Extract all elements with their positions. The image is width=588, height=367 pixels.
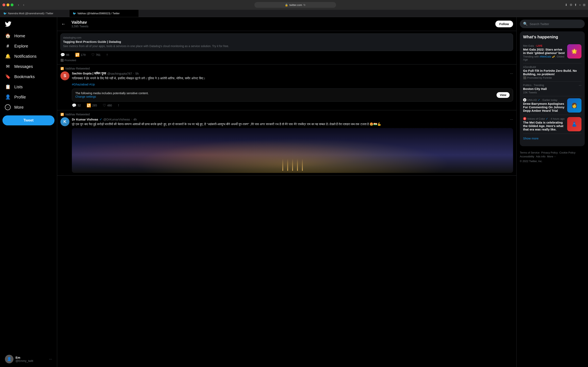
profile-icon: 👤 <box>5 94 11 100</box>
boston-more-icon[interactable]: ··· <box>579 83 581 87</box>
sidebar-item-explore[interactable]: # Explore <box>2 41 54 51</box>
metgala-hashtag[interactable]: #MetGala <box>540 55 551 58</box>
trend-row-boston: Politics · Trending Boston City Hall 15K… <box>523 83 581 94</box>
maximize-button[interactable] <box>11 3 13 6</box>
sidebar-item-messages[interactable]: ✉ Messages <box>2 62 54 71</box>
search-bar[interactable]: 🔍 <box>520 20 585 28</box>
like-count: 761 <box>96 53 100 57</box>
sidebar-item-notifications[interactable]: 🔔 Notifications <box>2 51 54 61</box>
address-bar[interactable]: 🔒 twitter.com ↻ <box>254 2 336 8</box>
tab-1[interactable]: 🐦 Narendra Modi (@narendramodi) / Twitte… <box>0 10 69 17</box>
sidebar-item-home[interactable]: 🏠 Home <box>2 31 54 41</box>
trend-met-gala[interactable]: Met Gala · LIVE Met Gala 2022: Stars arr… <box>523 42 581 63</box>
tab1-title: Narendra Modi (@narendramodi) / Twitter <box>8 12 53 15</box>
tweet-content-1: Sachin Gupta | सचिन गुप्ता @sachingupta7… <box>72 71 513 108</box>
retweet-action-1[interactable]: 🔁 285 <box>86 103 97 108</box>
tweet-user-row-2: Dr Kumar Vishvas ✓ @DrKumarVishwas · 4h … <box>72 117 513 122</box>
terms-link[interactable]: Terms of Service <box>520 151 540 154</box>
tweet-more-menu-1[interactable]: ··· <box>510 71 513 76</box>
sidebar-item-lists[interactable]: 📋 Lists <box>2 82 54 92</box>
user-display-name: Em <box>16 356 47 359</box>
notifications-label: Notifications <box>14 54 36 59</box>
change-settings-link[interactable]: Change settings <box>75 95 96 98</box>
notifications-icon: 🔔 <box>5 53 11 59</box>
tab2-favicon: 🐦 <box>73 12 76 15</box>
download-icon[interactable]: ⬇ <box>565 3 568 7</box>
share-icon: ↑ <box>106 53 108 57</box>
trend-meta-drew: U UNILAD ✓ · Earlier today <box>523 98 565 101</box>
privacy-link[interactable]: Privacy Policy <box>541 151 558 154</box>
profile-label: Profile <box>14 95 26 100</box>
follow-button[interactable]: Follow <box>495 21 513 27</box>
reply-action-1[interactable]: 💬 52 <box>72 103 81 108</box>
promoted-title: Tagging Best Practices Guide | Datadog <box>63 40 510 43</box>
kumar-avatar[interactable]: K <box>61 117 69 126</box>
trend-boston[interactable]: Politics · Trending Boston City Hall 15K… <box>523 82 581 96</box>
whats-happening-panel: What's happening Met Gala · LIVE Met Gal… <box>520 31 585 146</box>
reply-icon-1: 💬 <box>72 103 76 108</box>
tweet-more-menu-2[interactable]: ··· <box>510 117 513 122</box>
profile-header: ← Vaibhav 3,595 Tweets Follow <box>57 17 516 31</box>
voc-logo: V <box>523 117 526 120</box>
share-action[interactable]: ↑ <box>106 53 108 57</box>
home-label: Home <box>14 34 25 38</box>
account-more-icon[interactable]: ··· <box>49 357 52 361</box>
reply-count-1: 52 <box>78 104 81 107</box>
lock-icon: 🔒 <box>285 3 288 7</box>
promoted-badge: ⬛ Promoted <box>61 59 513 62</box>
trend-drew[interactable]: U UNILAD ✓ · Earlier today Drew Barrymor… <box>523 96 581 115</box>
tab-2[interactable]: 🐦 Vaibhav (@Vaibhav35989323) / Twitter <box>69 10 139 17</box>
sachin-avatar[interactable]: S <box>61 71 69 80</box>
trend-row-voices: V Voices of Color ✓ · 4 hours ago The Me… <box>523 117 581 132</box>
hashtag-ghaziabad[interactable]: #Ghaziabad <box>72 83 88 86</box>
user-account-footer[interactable]: 👤 Em @Emmy_twitt ··· <box>2 353 54 365</box>
share-action-1[interactable]: ↑ <box>118 103 120 108</box>
right-sidebar: 🔍 What's happening Met Gala · LIVE Met G… <box>517 17 588 367</box>
back-button[interactable]: ← <box>61 21 67 27</box>
show-more-button[interactable]: Show more <box>523 134 581 143</box>
like-action[interactable]: ♡ 761 <box>91 53 100 57</box>
cookie-link[interactable]: Cookie Policy <box>559 151 576 154</box>
accessibility-link[interactable]: Accessibility <box>520 155 534 158</box>
minimize-button[interactable] <box>7 3 9 6</box>
trend-meta-voices: V Voices of Color ✓ · 4 hours ago <box>523 117 565 120</box>
view-sensitive-button[interactable]: View <box>497 92 510 98</box>
promoted-card[interactable]: datadoghq.com Tagging Best Practices Gui… <box>61 33 513 51</box>
light-3 <box>292 159 293 171</box>
like-action-1[interactable]: ♡ 480 <box>103 103 112 108</box>
more-footer-link[interactable]: More ··· <box>547 155 556 158</box>
close-button[interactable] <box>2 3 5 6</box>
tweet-sachin: 🔁 Vaibhav Retweeted S Sachin Gupta | सचि… <box>57 64 516 110</box>
hashtag-up[interactable]: #Up <box>89 83 95 86</box>
tweet-username-1[interactable]: Sachin Gupta | सचिन गुप्ता <box>72 72 106 75</box>
profile-header-info: Vaibhav 3,595 Tweets <box>71 20 490 28</box>
unilad-logo: U <box>523 98 526 101</box>
main-content: ← Vaibhav 3,595 Tweets Follow datadoghq.… <box>57 17 517 367</box>
back-nav-button[interactable]: ‹ <box>17 3 20 7</box>
home-icon: 🏠 <box>5 33 11 39</box>
search-icon: 🔍 <box>523 22 527 26</box>
retweet-action[interactable]: 🔁 179 <box>75 53 86 57</box>
trend-voices-of-color[interactable]: V Voices of Color ✓ · 4 hours ago The Me… <box>523 115 581 134</box>
reply-action[interactable]: 💬 86 <box>61 53 69 57</box>
retweeted-by-1: Vaibhav Retweeted <box>65 67 90 70</box>
share-icon[interactable]: ⬆ <box>574 3 577 7</box>
window-controls[interactable] <box>2 3 13 6</box>
refresh-icon[interactable]: ↻ <box>303 3 306 7</box>
met-gala-image: 🌟 <box>567 44 581 58</box>
ads-info-link[interactable]: Ads info <box>536 155 545 158</box>
tweet-button[interactable]: Tweet <box>2 115 54 125</box>
verified-icon-kumar: ✓ <box>99 117 102 121</box>
tweet-username-2[interactable]: Dr Kumar Vishvas <box>72 118 98 121</box>
forward-nav-button[interactable]: › <box>22 3 25 7</box>
more-label: More <box>14 105 24 110</box>
trend-zerobuild[interactable]: #ZeroBuild Go Full-Tilt in Fortnite Zero… <box>523 63 581 82</box>
settings-icon[interactable]: ⚙ <box>570 3 572 7</box>
twitter-logo[interactable] <box>2 19 54 30</box>
sidebar-item-bookmarks[interactable]: 🔖 Bookmarks <box>2 72 54 82</box>
search-input[interactable] <box>530 22 581 26</box>
sidebar-item-more[interactable]: ··· More <box>2 102 54 112</box>
grid-icon[interactable]: ⊞ <box>583 3 586 7</box>
sidebar-item-profile[interactable]: 👤 Profile <box>2 92 54 102</box>
new-tab-icon[interactable]: + <box>579 3 581 7</box>
